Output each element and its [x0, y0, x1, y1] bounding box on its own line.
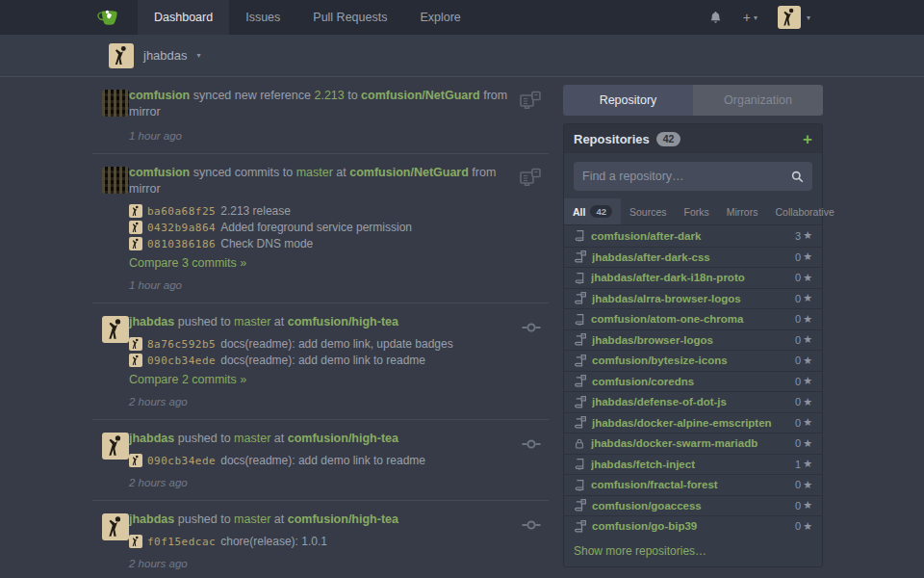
user-menu-button[interactable]: ▾	[778, 6, 810, 29]
commit-sha-link[interactable]: 0810386186	[147, 238, 216, 250]
repo-name-link[interactable]: jhabdas/docker-alpine-emscripten	[592, 417, 789, 429]
repo-name-link[interactable]: jhabdas/alrra-browser-logos	[592, 293, 789, 304]
repo-link[interactable]: comfusion/NetGuard	[361, 89, 480, 102]
tab-organization[interactable]: Organization	[693, 85, 823, 116]
repo-name-link[interactable]: jhabdas/fetch-inject	[591, 459, 789, 470]
committer-avatar	[129, 454, 142, 467]
committer-avatar	[129, 237, 142, 250]
star-icon: ★	[803, 458, 812, 470]
repo-name-link[interactable]: comfusion/atom-one-chroma	[591, 313, 789, 325]
committer-avatar	[129, 354, 142, 367]
commit-sha-link[interactable]: ba60a68f25	[147, 205, 216, 218]
filter-count-badge: 42	[590, 205, 612, 218]
repo-clone-icon	[574, 292, 586, 304]
actor-link[interactable]: comfusion	[129, 89, 190, 102]
repo-name-link[interactable]: jhabdas/docker-swarm-mariadb	[591, 437, 789, 449]
repo-filter-collaborative[interactable]: Collaborative	[766, 198, 842, 224]
repo-row: comfusion/bytesize-icons0★	[564, 350, 822, 371]
repo-link[interactable]: comfusion/NetGuard	[349, 166, 469, 179]
repo-filter-mirrors[interactable]: Mirrors	[718, 198, 767, 224]
nav-item-dashboard[interactable]: Dashboard	[138, 0, 229, 35]
repo-star-count: 0★	[795, 355, 812, 367]
chevron-down-icon: ▾	[754, 13, 757, 22]
title-text: pushed to	[174, 512, 234, 526]
repo-name-link[interactable]: jhabdas/browser-logos	[592, 334, 789, 346]
feed-title: jhabdas pushed to master at comfusion/hi…	[129, 431, 510, 447]
repo-filter-forks[interactable]: Forks	[676, 198, 718, 224]
repo-name-link[interactable]: comfusion/after-dark	[591, 230, 789, 242]
star-icon: ★	[803, 229, 812, 242]
create-new-button[interactable]: + ▾	[743, 10, 757, 25]
commit-sha-link[interactable]: f0f15edcac	[147, 536, 216, 548]
repo-name-link[interactable]: comfusion/coredns	[592, 376, 789, 387]
notifications-bell-icon[interactable]	[708, 10, 723, 25]
repo-search-input[interactable]	[582, 170, 791, 183]
actor-link[interactable]: jhabdas	[129, 432, 174, 445]
repo-link[interactable]: comfusion/high-tea	[288, 512, 398, 526]
repo-name-link[interactable]: comfusion/fractal-forest	[591, 479, 789, 490]
ref-link[interactable]: 2.213	[314, 89, 344, 102]
private-lock-icon	[574, 437, 585, 450]
star-icon: ★	[803, 313, 812, 326]
repo-filter-sources[interactable]: Sources	[621, 198, 676, 224]
actor-avatar[interactable]	[102, 433, 129, 460]
search-icon[interactable]	[791, 171, 804, 183]
show-more-repositories-link[interactable]: Show more repositories…	[564, 537, 822, 566]
repo-row: comfusion/atom-one-chroma0★	[564, 308, 822, 329]
nav-item-issues[interactable]: Issues	[229, 0, 296, 35]
nav-item-explore[interactable]: Explore	[403, 0, 476, 35]
repo-link[interactable]: comfusion/high-tea	[288, 432, 398, 445]
ref-link[interactable]: master	[234, 512, 270, 526]
commit-line: 0810386186Check DNS mode	[129, 237, 510, 250]
gitea-logo-icon[interactable]	[96, 0, 120, 35]
repo-name-link[interactable]: jhabdas/after-dark-i18n-proto	[591, 272, 789, 283]
repo-clone-icon	[574, 520, 586, 533]
repo-name-link[interactable]: comfusion/go-bip39	[592, 520, 789, 532]
title-text: synced commits to	[190, 166, 295, 179]
repo-book-icon	[574, 272, 585, 284]
ref-link[interactable]: master	[296, 166, 333, 179]
actor-link[interactable]: comfusion	[129, 166, 190, 179]
nav-spacer	[477, 0, 708, 35]
actor-link[interactable]: jhabdas	[129, 315, 174, 328]
repo-star-count: 0★	[795, 416, 812, 429]
commit-sha-link[interactable]: 090cb34ede	[147, 455, 216, 467]
repositories-count-badge: 42	[656, 132, 681, 146]
commit-message: chore(release): 1.0.1	[220, 535, 327, 548]
repo-star-count: 0★	[795, 272, 812, 284]
commit-line: 090cb34ededocs(readme): add demo link to…	[129, 354, 510, 367]
title-text: at	[270, 315, 287, 328]
repo-name-link[interactable]: jhabdas/after-dark-css	[592, 251, 789, 263]
star-icon: ★	[803, 292, 812, 304]
actor-avatar[interactable]	[102, 90, 129, 117]
new-repository-button[interactable]: +	[803, 131, 812, 147]
repo-name-link[interactable]: jhabdas/defense-of-dot-js	[592, 396, 789, 407]
compare-commits-link[interactable]: Compare 3 commits »	[129, 256, 246, 270]
ref-link[interactable]: master	[234, 315, 270, 328]
ref-link[interactable]: master	[234, 432, 270, 445]
sidebar-tabbar: Repository Organization	[563, 85, 823, 116]
actor-avatar[interactable]	[102, 513, 129, 540]
actor-avatar[interactable]	[102, 167, 129, 194]
repo-filter-all[interactable]: All42	[564, 198, 621, 224]
star-count: 0	[795, 251, 801, 263]
repo-clone-icon	[574, 250, 586, 263]
repo-name-link[interactable]: comfusion/goaccess	[592, 500, 789, 512]
repo-link[interactable]: comfusion/high-tea	[288, 315, 398, 328]
actor-link[interactable]: jhabdas	[129, 512, 174, 526]
star-count: 0	[795, 479, 801, 490]
tab-repository[interactable]: Repository	[563, 85, 693, 116]
committer-avatar	[129, 221, 142, 234]
compare-commits-link[interactable]: Compare 2 commits »	[129, 373, 246, 386]
commit-sha-link[interactable]: 8a76c592b5	[147, 338, 216, 351]
title-text: synced new reference	[190, 89, 314, 102]
commit-sha-link[interactable]: 090cb34ede	[147, 355, 216, 367]
commit-sha-link[interactable]: 0432b9a864	[147, 222, 216, 234]
context-username[interactable]: jhabdas	[143, 48, 188, 63]
actor-avatar[interactable]	[102, 316, 129, 343]
star-icon: ★	[803, 520, 812, 533]
star-icon: ★	[803, 499, 812, 512]
nav-item-pull-requests[interactable]: Pull Requests	[296, 0, 403, 35]
git-commit-icon	[520, 513, 543, 537]
repo-name-link[interactable]: comfusion/bytesize-icons	[592, 355, 789, 366]
